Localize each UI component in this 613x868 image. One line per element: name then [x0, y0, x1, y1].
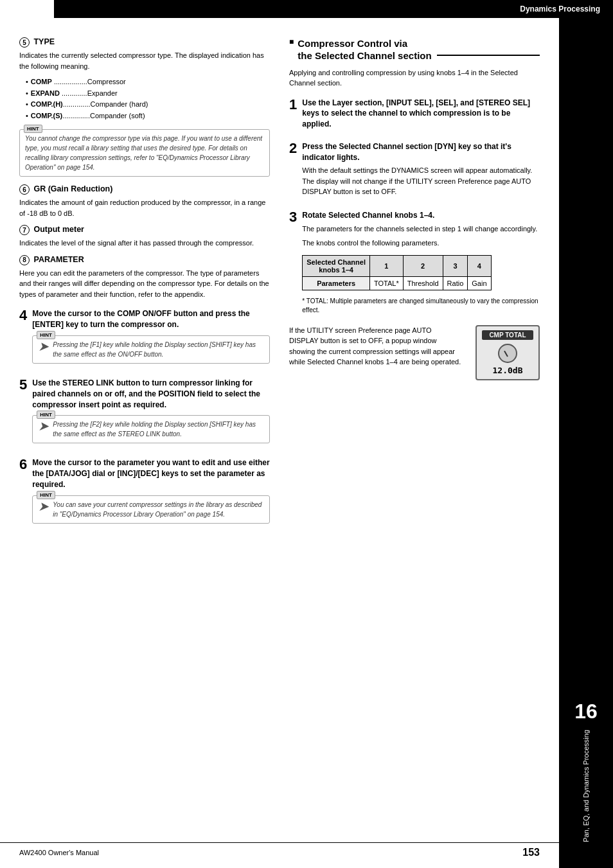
output-section: 7 Output meter Indicates the level of th… — [19, 225, 270, 249]
list-item: EXPAND .............Expander — [19, 88, 270, 100]
gr-body: Indicates the amount of gain reduction p… — [19, 197, 270, 218]
type-title: 5 TYPE — [19, 37, 270, 48]
top-header: Dynamics Processing — [54, 0, 613, 18]
list-item: COMP.(H)..............Compander (hard) — [19, 99, 270, 111]
step6-title: Move the cursor to the parameter you wan… — [32, 457, 270, 490]
right-step1-content: Use the Layer section, [INPUT SEL], [SEL… — [302, 98, 540, 132]
col-header-1: 1 — [369, 255, 403, 276]
step4-title: Move the cursor to the COMP ON/OFF butto… — [32, 308, 270, 330]
param-section: 8 PARAMETER Here you can edit the parame… — [19, 255, 270, 300]
params-table: Selected Channelknobs 1–4 1 2 3 4 Parame… — [302, 255, 491, 290]
page-container: Dynamics Processing 16 Pan, EQ, and Dyna… — [0, 0, 613, 868]
heading-square: ■ — [289, 37, 294, 46]
type-hint: HINT You cannot change the compressor ty… — [19, 129, 270, 177]
step5-content: Use the STEREO LINK button to turn compr… — [32, 378, 270, 448]
right-step3-body2: The knobs control the following paramete… — [302, 238, 540, 249]
col-header-0: Selected Channelknobs 1–4 — [303, 255, 370, 276]
param-body: Here you can edit the parameters of the … — [19, 268, 270, 300]
page-footer: AW2400 Owner's Manual 153 — [0, 842, 559, 858]
side-tab-text: Pan, EQ, and Dynamics Processing — [582, 730, 591, 842]
display-title: CMP TOTAL — [482, 330, 533, 340]
hint-label: HINT — [24, 125, 42, 133]
heading-line2: the Selected Channel section — [298, 50, 431, 61]
param-num: 8 — [19, 255, 30, 265]
step4-hint: HINT ➤ Pressing the [F1] key while holdi… — [32, 335, 270, 364]
right-step1-title: Use the Layer section, [INPUT SEL], [SEL… — [302, 98, 540, 130]
param-val-1: TOTAL* — [369, 276, 403, 290]
right-step2-body: With the default settings the DYNAMICS s… — [302, 165, 540, 197]
hint-label: HINT — [37, 491, 55, 499]
param-title: 8 PARAMETER — [19, 255, 270, 265]
step6-hint-text: You can save your current compressor set… — [53, 500, 264, 519]
right-step2: 2 Press the Selected Channel section [DY… — [289, 141, 540, 201]
footer-manual: AW2400 Owner's Manual — [19, 849, 99, 856]
display-knob — [498, 344, 517, 363]
table-row: Parameters TOTAL* Threshold Ratio Gain — [303, 276, 491, 290]
side-tab-number: 16 — [574, 700, 598, 723]
main-content: 5 TYPE Indicates the currently selected … — [0, 18, 559, 551]
intro-text: Applying and controlling compression by … — [289, 67, 540, 89]
step5-wrapper: 5 Use the STEREO LINK button to turn com… — [19, 378, 270, 448]
step4-num: 4 — [19, 308, 27, 323]
heading-line2-row: the Selected Channel section — [298, 50, 540, 61]
header-title: Dynamics Processing — [520, 4, 600, 13]
heading-line1: Compressor Control via — [298, 37, 540, 50]
right-step2-content: Press the Selected Channel section [DYN]… — [302, 141, 540, 201]
arrow-icon: ➤ — [38, 340, 49, 353]
table-note: * TOTAL: Multiple parameters are changed… — [302, 297, 540, 315]
display-block: CMP TOTAL 12.0dB If the UTILITY screen P… — [289, 325, 540, 384]
output-body: Indicates the level of the signal after … — [19, 238, 270, 249]
left-column: 5 TYPE Indicates the currently selected … — [19, 37, 270, 538]
col-header-4: 4 — [468, 255, 491, 276]
param-val-2: Threshold — [403, 276, 443, 290]
right-step2-title: Press the Selected Channel section [DYN]… — [302, 141, 540, 163]
param-val-3: Ratio — [443, 276, 468, 290]
right-step3: 3 Rotate Selected Channel knobs 1–4. The… — [289, 210, 540, 315]
gr-section: 6 GR (Gain Reduction) Indicates the amou… — [19, 184, 270, 218]
step6-num: 6 — [19, 457, 27, 472]
output-num: 7 — [19, 225, 30, 235]
step4-hint-text: Pressing the [F1] key while holding the … — [53, 340, 264, 359]
list-item: COMP .................Compressor — [19, 76, 270, 88]
heading-text-block: Compressor Control via the Selected Chan… — [298, 37, 540, 61]
right-step1: 1 Use the Layer section, [INPUT SEL], [S… — [289, 98, 540, 132]
arrow-icon: ➤ — [38, 420, 49, 432]
col-header-2: 2 — [403, 255, 443, 276]
arrow-icon: ➤ — [38, 500, 49, 513]
step4-wrapper: 4 Move the cursor to the COMP ON/OFF but… — [19, 308, 270, 369]
right-step3-content: Rotate Selected Channel knobs 1–4. The p… — [302, 210, 540, 315]
right-step3-body1: The parameters for the channels selected… — [302, 224, 540, 235]
step6-hint: HINT ➤ You can save your current compres… — [32, 495, 270, 524]
heading-line — [437, 55, 540, 56]
display-value: 12.0dB — [482, 366, 533, 375]
step5-num: 5 — [19, 378, 27, 392]
step5-hint: HINT ➤ Pressing the [F2] key while holdi… — [32, 415, 270, 443]
side-tab: 16 Pan, EQ, and Dynamics Processing — [559, 18, 613, 868]
step6-content: Move the cursor to the parameter you wan… — [32, 457, 270, 528]
right-step2-num: 2 — [289, 141, 297, 155]
right-step1-num: 1 — [289, 98, 297, 112]
step6-wrapper: 6 Move the cursor to the parameter you w… — [19, 457, 270, 528]
comp-heading: ■ Compressor Control via the Selected Ch… — [289, 37, 540, 61]
hint-label: HINT — [37, 411, 55, 419]
type-list: COMP .................Compressor EXPAND … — [19, 76, 270, 121]
table-header-row: Selected Channelknobs 1–4 1 2 3 4 — [303, 255, 491, 276]
step5-title: Use the STEREO LINK button to turn compr… — [32, 378, 270, 410]
step4-content: Move the cursor to the COMP ON/OFF butto… — [32, 308, 270, 369]
output-title: 7 Output meter — [19, 225, 270, 235]
gr-title: 6 GR (Gain Reduction) — [19, 184, 270, 195]
type-body: Indicates the currently selected compres… — [19, 50, 270, 71]
col-header-3: 3 — [443, 255, 468, 276]
display-box: CMP TOTAL 12.0dB — [469, 325, 540, 380]
right-column: ■ Compressor Control via the Selected Ch… — [289, 37, 540, 538]
hint-text: You cannot change the compressor type vi… — [25, 134, 264, 172]
step5-hint-text: Pressing the [F2] key while holding the … — [53, 420, 264, 439]
right-step3-title: Rotate Selected Channel knobs 1–4. — [302, 210, 540, 221]
right-step3-num: 3 — [289, 210, 297, 224]
gr-num: 6 — [19, 184, 30, 195]
param-val-4: Gain — [468, 276, 491, 290]
hint-label: HINT — [37, 331, 55, 339]
display-box-inner: CMP TOTAL 12.0dB — [475, 325, 540, 380]
list-item: COMP.(S)..............Compander (soft) — [19, 111, 270, 122]
footer-page: 153 — [522, 847, 540, 858]
